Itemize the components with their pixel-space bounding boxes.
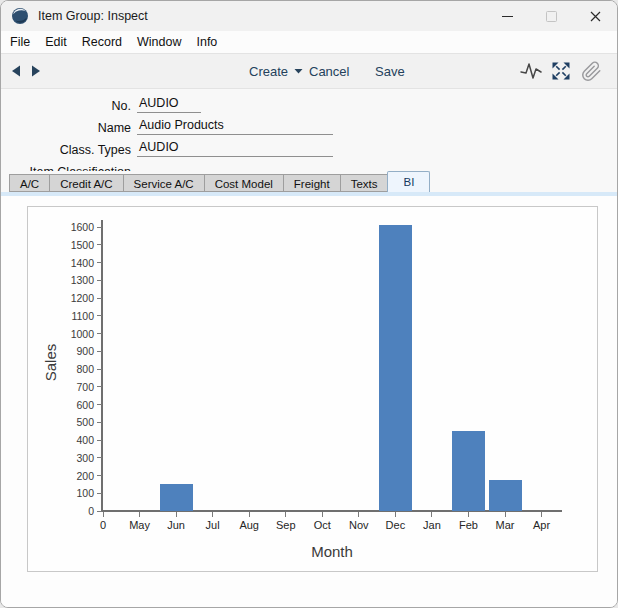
menu-bar: File Edit Record Window Info <box>1 31 617 53</box>
x-tick-mark <box>322 512 323 517</box>
x-tick-label: Sep <box>266 519 306 531</box>
menu-record[interactable]: Record <box>82 35 122 49</box>
activity-button[interactable] <box>519 54 543 88</box>
x-tick-mark <box>468 512 469 517</box>
y-tick-mark <box>97 227 102 228</box>
y-tick-mark <box>97 315 102 316</box>
tab-texts[interactable]: Texts <box>340 174 389 192</box>
x-axis-title: Month <box>292 543 372 560</box>
x-tick-label: Oct <box>302 519 342 531</box>
y-tick-mark <box>97 369 102 370</box>
y-tick-mark <box>97 386 102 387</box>
y-tick-label: 0 <box>28 505 94 517</box>
maximize-icon <box>546 11 557 22</box>
tab-bi[interactable]: BI <box>387 171 430 192</box>
y-tick-label: 800 <box>28 363 94 375</box>
cancel-button[interactable]: Cancel <box>309 54 349 88</box>
tab-bar: A/C Credit A/C Service A/C Cost Model Fr… <box>1 171 617 192</box>
bi-tab-content: Sales Month 0100200300400500600700800900… <box>1 196 617 607</box>
x-tick-mark <box>505 512 506 517</box>
back-icon <box>9 64 23 78</box>
expand-icon <box>551 61 571 81</box>
sales-chart-panel: Sales Month 0100200300400500600700800900… <box>27 206 598 572</box>
maximize-button[interactable] <box>529 1 573 31</box>
y-tick-label: 200 <box>28 470 94 482</box>
y-tick-label: 600 <box>28 399 94 411</box>
expand-button[interactable] <box>551 54 571 88</box>
tab-freight[interactable]: Freight <box>283 174 341 192</box>
bar-mar <box>489 480 522 511</box>
y-tick-label: 400 <box>28 434 94 446</box>
forward-icon <box>29 64 43 78</box>
bar-feb <box>452 431 485 511</box>
x-tick-label: Apr <box>522 519 562 531</box>
window-title: Item Group: Inspect <box>38 9 148 23</box>
paperclip-icon <box>581 61 602 82</box>
y-tick-mark <box>97 440 102 441</box>
x-tick-mark <box>395 512 396 517</box>
x-tick-label: Nov <box>339 519 379 531</box>
x-tick-mark <box>139 512 140 517</box>
x-tick-mark <box>431 512 432 517</box>
no-label: No. <box>1 99 131 113</box>
y-tick-label: 1000 <box>28 328 94 340</box>
x-tick-mark <box>176 512 177 517</box>
bar-chart: Sales Month 0100200300400500600700800900… <box>28 207 597 571</box>
record-form: No. AUDIO Name Audio Products Class. Typ… <box>1 89 617 171</box>
tab-credit-ac[interactable]: Credit A/C <box>49 174 123 192</box>
minimize-icon <box>502 16 513 17</box>
y-tick-mark <box>97 475 102 476</box>
chevron-down-icon <box>294 68 303 74</box>
minimize-button[interactable] <box>485 1 529 31</box>
app-logo-icon <box>11 7 29 25</box>
bar-jun <box>160 484 193 511</box>
create-button[interactable]: Create <box>249 54 303 88</box>
no-field[interactable]: AUDIO <box>137 96 201 113</box>
title-bar: Item Group: Inspect <box>1 1 617 31</box>
create-label: Create <box>249 64 288 79</box>
x-tick-mark <box>249 512 250 517</box>
save-button[interactable]: Save <box>375 54 405 88</box>
close-button[interactable] <box>573 1 617 31</box>
name-field[interactable]: Audio Products <box>137 118 333 135</box>
cancel-label: Cancel <box>309 64 349 79</box>
x-tick-label: Jul <box>193 519 233 531</box>
y-tick-mark <box>97 333 102 334</box>
x-tick-mark <box>285 512 286 517</box>
app-window: Item Group: Inspect File Edit Record Win… <box>0 0 618 608</box>
close-icon <box>590 11 601 22</box>
tab-cost-model[interactable]: Cost Model <box>204 174 284 192</box>
x-tick-label: Mar <box>485 519 525 531</box>
menu-info[interactable]: Info <box>196 35 217 49</box>
x-tick-mark <box>358 512 359 517</box>
y-tick-mark <box>97 457 102 458</box>
x-tick-label: Jan <box>412 519 452 531</box>
y-tick-label: 1300 <box>28 274 94 286</box>
y-tick-mark <box>97 262 102 263</box>
class-types-label: Class. Types <box>1 143 131 157</box>
menu-edit[interactable]: Edit <box>45 35 67 49</box>
bar-dec <box>379 225 412 511</box>
x-tick-label: Dec <box>375 519 415 531</box>
y-tick-label: 700 <box>28 381 94 393</box>
next-record-button[interactable] <box>29 54 43 88</box>
x-tick-mark <box>212 512 213 517</box>
previous-record-button[interactable] <box>9 54 23 88</box>
attachments-button[interactable] <box>581 54 602 88</box>
y-tick-label: 1500 <box>28 239 94 251</box>
y-tick-mark <box>97 351 102 352</box>
y-tick-label: 1600 <box>28 221 94 233</box>
tab-service-ac[interactable]: Service A/C <box>123 174 205 192</box>
y-tick-label: 900 <box>28 345 94 357</box>
y-axis-line <box>101 220 103 512</box>
y-tick-label: 100 <box>28 487 94 499</box>
tab-ac[interactable]: A/C <box>9 174 50 192</box>
y-tick-label: 1100 <box>28 310 94 322</box>
menu-file[interactable]: File <box>10 35 30 49</box>
name-label: Name <box>1 121 131 135</box>
class-types-field[interactable]: AUDIO <box>137 140 333 157</box>
menu-window[interactable]: Window <box>137 35 181 49</box>
y-tick-label: 500 <box>28 416 94 428</box>
y-tick-mark <box>97 298 102 299</box>
toolbar: Create Cancel Save <box>1 53 617 89</box>
